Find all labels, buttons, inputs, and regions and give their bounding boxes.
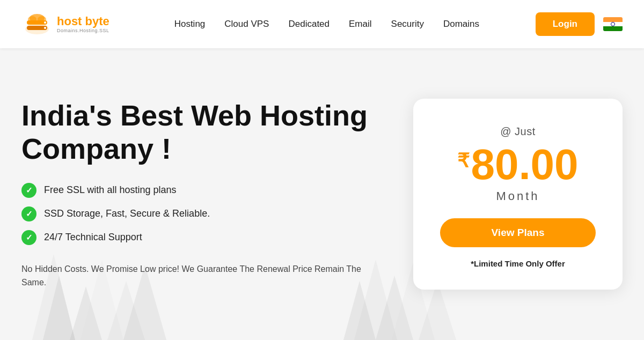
nav-item-domains[interactable]: Domains (443, 19, 479, 29)
features-list: Free SSL with all hosting plans SSD Stor… (21, 183, 376, 245)
pricing-card: @ Just ₹ 80.00 Month View Plans *Limited… (413, 99, 623, 290)
view-plans-button[interactable]: View Plans (440, 218, 596, 247)
feature-text-3: 24/7 Technical Support (44, 232, 142, 243)
nav-item-email[interactable]: Email (349, 19, 372, 29)
flag-white (603, 22, 623, 27)
logo-subtitle: Domains.Hosting.SSL (57, 28, 109, 33)
check-icon-2 (21, 206, 36, 221)
feature-text-2: SSD Storage, Fast, Secure & Reliable. (44, 208, 210, 219)
at-just-label: @ Just (440, 125, 596, 138)
hero-title: India's Best Web Hosting Company ! (21, 99, 376, 165)
logo-text: host byte Domains.Hosting.SSL (57, 15, 109, 33)
nav-link-email[interactable]: Email (349, 19, 372, 29)
price-display: ₹ 80.00 (440, 143, 596, 186)
limited-offer-text: *Limited Time Only Offer (440, 259, 596, 268)
login-button[interactable]: Login (536, 12, 595, 36)
logo-brand: host byte (57, 15, 109, 28)
feature-item-1: Free SSL with all hosting plans (21, 183, 376, 198)
nav-item-hosting[interactable]: Hosting (174, 19, 206, 29)
check-icon-3 (21, 230, 36, 245)
svg-marker-10 (70, 286, 102, 340)
svg-marker-16 (376, 276, 413, 340)
nav-link-dedicated[interactable]: Dedicated (288, 19, 330, 29)
feature-item-3: 24/7 Technical Support (21, 230, 376, 245)
logo[interactable]: host byte Domains.Hosting.SSL (21, 9, 118, 40)
nav-link-hosting[interactable]: Hosting (174, 19, 206, 29)
nav-item-dedicated[interactable]: Dedicated (288, 19, 330, 29)
flag-green (603, 26, 623, 31)
svg-point-7 (44, 27, 46, 29)
per-month-label: Month (440, 189, 596, 203)
hero-promise: No Hidden Costs. We Promise Low price! W… (21, 262, 365, 290)
nav-item-security[interactable]: Security (391, 19, 424, 29)
feature-text-1: Free SSL with all hosting plans (44, 184, 176, 196)
svg-marker-14 (343, 281, 376, 340)
svg-marker-12 (107, 281, 145, 340)
navbar: host byte Domains.Hosting.SSL Hosting Cl… (0, 0, 644, 48)
logo-icon (21, 9, 53, 40)
price-amount: 80.00 (471, 143, 578, 186)
flag-chakra (611, 22, 615, 26)
flag-saffron (603, 17, 623, 22)
nav-right: Login (536, 12, 623, 36)
svg-point-6 (44, 21, 46, 24)
check-icon-1 (21, 183, 36, 198)
nav-item-cloud-vps[interactable]: Cloud VPS (224, 19, 269, 29)
hero-content: India's Best Web Hosting Company ! Free … (21, 99, 376, 289)
feature-item-2: SSD Storage, Fast, Secure & Reliable. (21, 206, 376, 221)
nav-link-security[interactable]: Security (391, 19, 424, 29)
svg-marker-18 (419, 281, 456, 340)
nav-links: Hosting Cloud VPS Dedicated Email Securi… (118, 19, 536, 29)
hero-section: India's Best Web Hosting Company ! Free … (0, 48, 644, 340)
nav-link-cloud-vps[interactable]: Cloud VPS (224, 19, 269, 29)
currency-symbol: ₹ (457, 150, 470, 172)
svg-point-4 (28, 16, 36, 23)
nav-link-domains[interactable]: Domains (443, 19, 479, 29)
india-flag (603, 17, 623, 31)
